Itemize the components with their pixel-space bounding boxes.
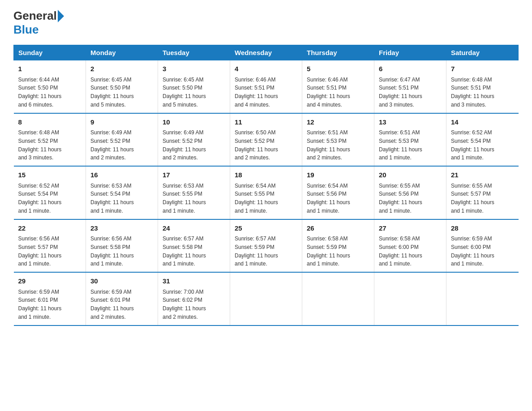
- day-info: Sunrise: 6:51 AMSunset: 5:53 PMDaylight:…: [379, 129, 422, 161]
- day-number: 18: [235, 170, 297, 180]
- logo-blue-text: Blue: [13, 23, 39, 37]
- calendar-cell: 27Sunrise: 6:58 AMSunset: 6:00 PMDayligh…: [374, 219, 446, 273]
- header-day-saturday: Saturday: [446, 45, 519, 60]
- logo-general-text: General: [13, 9, 57, 23]
- calendar-cell: 30Sunrise: 6:59 AMSunset: 6:01 PMDayligh…: [86, 272, 158, 325]
- logo: General Blue: [13, 9, 64, 37]
- day-number: 15: [18, 170, 82, 180]
- calendar-cell: 23Sunrise: 6:56 AMSunset: 5:58 PMDayligh…: [86, 219, 158, 273]
- day-number: 13: [379, 117, 442, 128]
- calendar-cell: 19Sunrise: 6:54 AMSunset: 5:56 PMDayligh…: [302, 166, 374, 219]
- calendar-cell: 5Sunrise: 6:46 AMSunset: 5:51 PMDaylight…: [302, 60, 374, 113]
- calendar-cell: 18Sunrise: 6:54 AMSunset: 5:55 PMDayligh…: [230, 166, 302, 219]
- day-info: Sunrise: 6:59 AMSunset: 6:01 PMDaylight:…: [18, 289, 62, 320]
- day-info: Sunrise: 6:54 AMSunset: 5:56 PMDaylight:…: [307, 183, 350, 214]
- calendar-cell: 14Sunrise: 6:52 AMSunset: 5:54 PMDayligh…: [446, 113, 519, 167]
- day-number: 31: [163, 276, 225, 287]
- day-info: Sunrise: 6:53 AMSunset: 5:54 PMDaylight:…: [90, 183, 134, 214]
- day-number: 6: [379, 64, 442, 74]
- day-info: Sunrise: 7:00 AMSunset: 6:02 PMDaylight:…: [163, 289, 206, 320]
- week-row-4: 22Sunrise: 6:56 AMSunset: 5:57 PMDayligh…: [14, 219, 519, 273]
- calendar-cell: [302, 272, 374, 325]
- calendar-table: SundayMondayTuesdayWednesdayThursdayFrid…: [13, 45, 519, 326]
- day-info: Sunrise: 6:59 AMSunset: 6:01 PMDaylight:…: [90, 289, 134, 320]
- day-info: Sunrise: 6:59 AMSunset: 6:00 PMDaylight:…: [451, 235, 494, 267]
- calendar-cell: 25Sunrise: 6:57 AMSunset: 5:59 PMDayligh…: [230, 219, 302, 273]
- calendar-cell: 29Sunrise: 6:59 AMSunset: 6:01 PMDayligh…: [14, 272, 86, 325]
- day-info: Sunrise: 6:54 AMSunset: 5:55 PMDaylight:…: [235, 183, 278, 214]
- day-number: 29: [18, 276, 82, 287]
- week-row-5: 29Sunrise: 6:59 AMSunset: 6:01 PMDayligh…: [14, 272, 519, 325]
- header-day-thursday: Thursday: [302, 45, 374, 60]
- week-row-2: 8Sunrise: 6:48 AMSunset: 5:52 PMDaylight…: [14, 113, 519, 167]
- day-number: 9: [90, 117, 153, 128]
- day-number: 30: [90, 276, 153, 287]
- calendar-cell: 26Sunrise: 6:58 AMSunset: 5:59 PMDayligh…: [302, 219, 374, 273]
- day-number: 17: [163, 170, 225, 180]
- day-number: 25: [235, 223, 297, 234]
- day-number: 19: [307, 170, 369, 180]
- day-number: 2: [90, 64, 153, 74]
- day-info: Sunrise: 6:53 AMSunset: 5:55 PMDaylight:…: [163, 183, 206, 214]
- day-info: Sunrise: 6:56 AMSunset: 5:58 PMDaylight:…: [90, 235, 134, 267]
- day-number: 3: [163, 64, 225, 74]
- calendar-cell: 15Sunrise: 6:52 AMSunset: 5:54 PMDayligh…: [14, 166, 86, 219]
- calendar-cell: 11Sunrise: 6:50 AMSunset: 5:52 PMDayligh…: [230, 113, 302, 167]
- calendar-cell: [230, 272, 302, 325]
- day-info: Sunrise: 6:46 AMSunset: 5:51 PMDaylight:…: [235, 77, 278, 108]
- calendar-cell: [446, 272, 519, 325]
- day-number: 14: [451, 117, 514, 128]
- calendar-cell: 1Sunrise: 6:44 AMSunset: 5:50 PMDaylight…: [14, 60, 86, 113]
- day-info: Sunrise: 6:47 AMSunset: 5:51 PMDaylight:…: [379, 77, 422, 108]
- week-row-3: 15Sunrise: 6:52 AMSunset: 5:54 PMDayligh…: [14, 166, 519, 219]
- day-number: 28: [451, 223, 514, 234]
- day-number: 22: [18, 223, 82, 234]
- calendar-cell: 22Sunrise: 6:56 AMSunset: 5:57 PMDayligh…: [14, 219, 86, 273]
- day-info: Sunrise: 6:48 AMSunset: 5:51 PMDaylight:…: [451, 77, 494, 108]
- day-info: Sunrise: 6:49 AMSunset: 5:52 PMDaylight:…: [163, 129, 206, 161]
- calendar-cell: 13Sunrise: 6:51 AMSunset: 5:53 PMDayligh…: [374, 113, 446, 167]
- day-info: Sunrise: 6:58 AMSunset: 5:59 PMDaylight:…: [307, 235, 350, 267]
- header-row: SundayMondayTuesdayWednesdayThursdayFrid…: [14, 45, 519, 60]
- day-number: 7: [451, 64, 514, 74]
- header-day-tuesday: Tuesday: [158, 45, 230, 60]
- calendar-cell: 3Sunrise: 6:45 AMSunset: 5:50 PMDaylight…: [158, 60, 230, 113]
- day-number: 11: [235, 117, 297, 128]
- calendar-cell: 21Sunrise: 6:55 AMSunset: 5:57 PMDayligh…: [446, 166, 519, 219]
- day-info: Sunrise: 6:55 AMSunset: 5:57 PMDaylight:…: [451, 183, 494, 214]
- calendar-cell: 2Sunrise: 6:45 AMSunset: 5:50 PMDaylight…: [86, 60, 158, 113]
- calendar-cell: 24Sunrise: 6:57 AMSunset: 5:58 PMDayligh…: [158, 219, 230, 273]
- day-info: Sunrise: 6:50 AMSunset: 5:52 PMDaylight:…: [235, 129, 278, 161]
- calendar-cell: 8Sunrise: 6:48 AMSunset: 5:52 PMDaylight…: [14, 113, 86, 167]
- header-day-sunday: Sunday: [14, 45, 86, 60]
- day-number: 20: [379, 170, 442, 180]
- calendar-cell: 10Sunrise: 6:49 AMSunset: 5:52 PMDayligh…: [158, 113, 230, 167]
- day-info: Sunrise: 6:48 AMSunset: 5:52 PMDaylight:…: [18, 129, 62, 161]
- day-number: 5: [307, 64, 369, 74]
- day-number: 12: [307, 117, 369, 128]
- day-info: Sunrise: 6:51 AMSunset: 5:53 PMDaylight:…: [307, 129, 350, 161]
- calendar-cell: 12Sunrise: 6:51 AMSunset: 5:53 PMDayligh…: [302, 113, 374, 167]
- calendar-cell: 17Sunrise: 6:53 AMSunset: 5:55 PMDayligh…: [158, 166, 230, 219]
- day-number: 21: [451, 170, 514, 180]
- calendar-cell: 20Sunrise: 6:55 AMSunset: 5:56 PMDayligh…: [374, 166, 446, 219]
- day-info: Sunrise: 6:44 AMSunset: 5:50 PMDaylight:…: [18, 77, 62, 108]
- day-info: Sunrise: 6:56 AMSunset: 5:57 PMDaylight:…: [18, 235, 62, 267]
- day-number: 1: [18, 64, 82, 74]
- day-number: 8: [18, 117, 82, 128]
- day-number: 24: [163, 223, 225, 234]
- header-day-friday: Friday: [374, 45, 446, 60]
- day-info: Sunrise: 6:52 AMSunset: 5:54 PMDaylight:…: [18, 183, 62, 214]
- day-info: Sunrise: 6:58 AMSunset: 6:00 PMDaylight:…: [379, 235, 422, 267]
- day-info: Sunrise: 6:49 AMSunset: 5:52 PMDaylight:…: [90, 129, 134, 161]
- day-info: Sunrise: 6:45 AMSunset: 5:50 PMDaylight:…: [90, 77, 134, 108]
- calendar-cell: 6Sunrise: 6:47 AMSunset: 5:51 PMDaylight…: [374, 60, 446, 113]
- day-info: Sunrise: 6:57 AMSunset: 5:58 PMDaylight:…: [163, 235, 206, 267]
- day-number: 26: [307, 223, 369, 234]
- day-info: Sunrise: 6:57 AMSunset: 5:59 PMDaylight:…: [235, 235, 278, 267]
- day-number: 23: [90, 223, 153, 234]
- calendar-cell: 4Sunrise: 6:46 AMSunset: 5:51 PMDaylight…: [230, 60, 302, 113]
- day-number: 4: [235, 64, 297, 74]
- calendar-cell: 9Sunrise: 6:49 AMSunset: 5:52 PMDaylight…: [86, 113, 158, 167]
- calendar-cell: 7Sunrise: 6:48 AMSunset: 5:51 PMDaylight…: [446, 60, 519, 113]
